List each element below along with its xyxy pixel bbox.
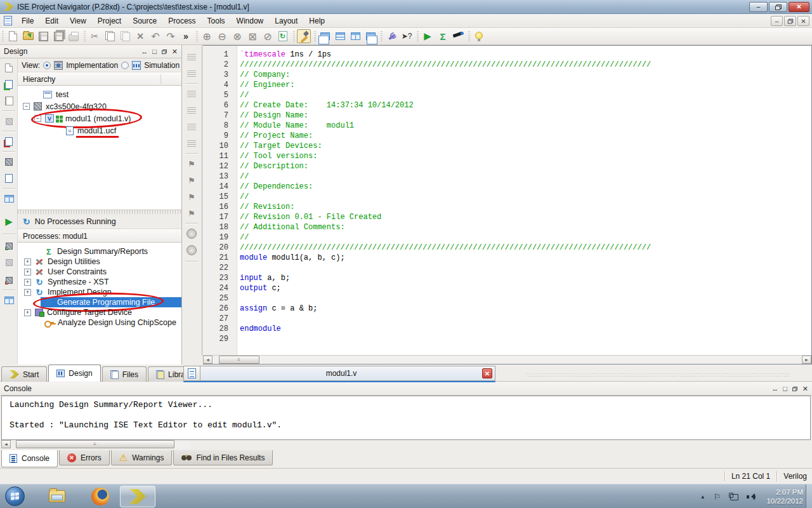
code-line-25[interactable]: 25	[203, 293, 811, 304]
line-tool-1-button[interactable]	[185, 87, 199, 101]
hierarchy-item-modul1-ucf[interactable]: umodul1.ucf	[18, 124, 181, 137]
redo-button[interactable]: ↷	[164, 29, 178, 43]
mdi-minimize-button[interactable]: –	[771, 16, 783, 26]
code-line-6[interactable]: 6// Create Date: 14:37:34 10/14/2012	[203, 100, 811, 110]
menu-edit[interactable]: Edit	[39, 15, 64, 27]
chip-check-button[interactable]	[2, 155, 16, 169]
scroll-right-button[interactable]: ►	[802, 356, 811, 364]
menu-view[interactable]: View	[64, 15, 92, 27]
console-maximize-icon[interactable]: □	[783, 385, 787, 392]
code-line-16[interactable]: 16// Revision:	[203, 202, 811, 212]
zoom-in-button[interactable]: ⊕	[200, 29, 214, 43]
paste-button[interactable]	[118, 29, 132, 43]
code-line-14[interactable]: 14// Dependencies:	[203, 182, 811, 192]
mdi-restore-button[interactable]	[784, 16, 796, 26]
code-line-9[interactable]: 9// Project Name:	[203, 131, 811, 141]
remove-source-button[interactable]	[2, 135, 16, 149]
document-close-button[interactable]: ✕	[482, 368, 492, 378]
minus-expander-icon[interactable]: −	[23, 103, 30, 110]
code-line-23[interactable]: 23input a, b;	[203, 273, 811, 283]
clear-bookmarks-button[interactable]: ⚑	[185, 206, 199, 220]
tab-start[interactable]: Start	[1, 366, 47, 382]
code-line-5[interactable]: 5//	[203, 90, 811, 100]
code-line-8[interactable]: 8// Module Name: modul1	[203, 121, 811, 131]
line-tool-2-button[interactable]	[185, 104, 199, 117]
code-line-19[interactable]: 19//	[203, 232, 811, 243]
process-item-user-constraints[interactable]: +User Constraints	[18, 267, 181, 277]
prev-bookmark-button[interactable]: ⚑	[185, 190, 199, 204]
stop-process-button[interactable]	[2, 255, 16, 269]
menu-process[interactable]: Process	[162, 15, 201, 27]
tab-warnings[interactable]: ⚠Warnings	[111, 450, 173, 465]
process-item-design-utilities[interactable]: +Design Utilities	[18, 257, 181, 267]
hierarchy-item-xc3s500e-4fg320[interactable]: −xc3s500e-4fg320	[18, 100, 181, 112]
context-help-button[interactable]: ➤?	[400, 29, 414, 43]
toggle-columns2-button[interactable]	[2, 293, 16, 307]
process-item-implement-design[interactable]: +↻Implement Design	[18, 287, 181, 297]
print-button[interactable]	[67, 29, 81, 43]
code-line-20[interactable]: 20//////////////////////////////////////…	[203, 243, 811, 253]
minimize-button[interactable]: –	[749, 2, 768, 12]
delete-button[interactable]: ✕	[133, 29, 147, 43]
plus-expander-icon[interactable]: +	[24, 289, 31, 296]
undo-button[interactable]: ↶	[148, 29, 162, 43]
nav-forward-button[interactable]: →	[185, 243, 199, 257]
plus-expander-icon[interactable]: +	[24, 269, 31, 276]
cascade-windows-button[interactable]	[318, 29, 332, 43]
zoom-box-button[interactable]: ⊠	[246, 29, 259, 43]
menu-tools[interactable]: Tools	[202, 15, 231, 27]
zoom-prev-button[interactable]: ⊘	[261, 29, 275, 43]
editor-hscrollbar[interactable]: ◄ ≡ ►	[203, 355, 811, 364]
tile-horizontal-button[interactable]	[333, 29, 347, 43]
process-item-design-summary-reports[interactable]: ΣDesign Summary/Reports	[18, 246, 181, 257]
menu-help[interactable]: Help	[303, 15, 331, 27]
console-scroll-left-button[interactable]: ◄	[1, 440, 11, 448]
menu-window[interactable]: Window	[231, 15, 270, 27]
toggle-bookmark-button[interactable]: ⚑	[185, 157, 199, 171]
zoom-full-button[interactable]: ⊗	[230, 29, 244, 43]
open-file-button[interactable]	[21, 29, 35, 43]
tab-find-in-files-results[interactable]: Find in Files Results	[173, 450, 273, 465]
simulation-radio[interactable]	[121, 62, 129, 69]
code-line-4[interactable]: 4// Engineer:	[203, 80, 811, 90]
code-line-10[interactable]: 10// Target Devices:	[203, 141, 811, 151]
document-icon[interactable]	[4, 16, 12, 25]
float-window-button[interactable]	[363, 29, 377, 43]
nav-back-button[interactable]: ←	[185, 227, 199, 241]
console-hscrollbar[interactable]: ◄ ≡	[1, 440, 190, 449]
taskbar-explorer-button[interactable]	[46, 486, 68, 507]
code-line-11[interactable]: 11// Tool versions:	[203, 151, 811, 161]
rerun-process-button[interactable]	[2, 239, 16, 253]
menu-source[interactable]: Source	[127, 15, 162, 27]
show-desktop-button[interactable]	[806, 485, 812, 508]
code-line-3[interactable]: 3// Company:	[203, 70, 811, 80]
run-button[interactable]: ▶	[421, 29, 435, 43]
process-item-synthesize-xst[interactable]: +↻Synthesize - XST	[18, 277, 181, 287]
tab-errors[interactable]: ✕Errors	[59, 450, 110, 465]
code-editor[interactable]: 1`timescale 1ns / 1ps2//////////////////…	[203, 45, 812, 364]
panel-close-icon[interactable]: ✕	[172, 48, 178, 55]
code-line-24[interactable]: 24output c;	[203, 283, 811, 293]
process-item-generate-programming-file[interactable]: ↻Generate Programming File	[18, 297, 181, 307]
code-line-28[interactable]: 28endmodule	[203, 324, 811, 334]
code-line-13[interactable]: 13//	[203, 171, 811, 182]
document-list-button[interactable]	[183, 366, 200, 381]
plus-expander-icon[interactable]: +	[24, 279, 31, 286]
prev-tab-button[interactable]	[185, 50, 199, 64]
wrench-settings-button[interactable]	[384, 29, 398, 43]
hierarchy-item-modul1-modul1-v[interactable]: −Vmodul1 (modul1.v)	[18, 112, 181, 124]
menu-project[interactable]: Project	[92, 15, 127, 27]
design-summary-button[interactable]: Σ	[436, 29, 450, 43]
tab-design[interactable]: Design	[48, 364, 100, 382]
tab-console[interactable]: Console	[1, 450, 58, 467]
save-all-button[interactable]	[51, 29, 65, 43]
console-hscroll-thumb[interactable]: ≡	[16, 440, 174, 448]
save-button[interactable]	[36, 29, 50, 43]
process-item-analyze-design-using-chipscope[interactable]: Analyze Design Using ChipScope	[18, 318, 181, 328]
code-line-2[interactable]: 2///////////////////////////////////////…	[203, 60, 811, 70]
plus-expander-icon[interactable]: +	[24, 309, 31, 316]
speaker-icon[interactable]	[747, 493, 756, 500]
doc-check-button[interactable]	[2, 171, 16, 185]
tile-vertical-button[interactable]	[348, 29, 362, 43]
restore-button[interactable]	[769, 2, 787, 12]
